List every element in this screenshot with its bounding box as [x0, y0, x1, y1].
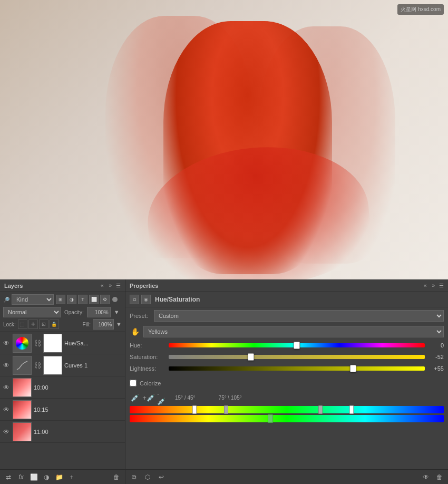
- kind-label: 🔎: [3, 297, 9, 303]
- layer-item-1015[interactable]: 👁 10:15: [0, 399, 125, 421]
- add-adj-btn[interactable]: ◑: [41, 472, 52, 482]
- layer-item-1100[interactable]: 👁 11:00: [0, 421, 125, 443]
- properties-header-right: « » ☰: [423, 283, 444, 288]
- mask-thumb-curves: [43, 356, 62, 375]
- layer-thumb-1000: [13, 378, 32, 397]
- bottom-panels: Layers « » ☰ 🔎 Kind ⊞ ◑ T ⬜ ⚙: [0, 279, 448, 484]
- layers-menu-icon[interactable]: ☰: [116, 283, 121, 288]
- eye-icon-curves[interactable]: 👁: [2, 361, 11, 370]
- layer-name-1100: 11:00: [34, 429, 123, 435]
- rainbow-bar-bottom[interactable]: [130, 415, 444, 422]
- rainbow-bar-top[interactable]: [130, 406, 444, 413]
- huesat-icons: ⧉ ◉: [130, 295, 151, 304]
- light-thumb[interactable]: [350, 365, 356, 372]
- huesat-header: ⧉ ◉ Hue/Saturation: [125, 292, 448, 307]
- pixel-filter-btn[interactable]: ⊞: [56, 295, 65, 304]
- layer-name-1000: 10:00: [34, 384, 123, 391]
- colorize-checkbox[interactable]: [130, 380, 137, 386]
- opacity-input[interactable]: [87, 307, 111, 317]
- eyedropper-minus-icon[interactable]: -💉: [157, 392, 168, 403]
- lightness-row: Lightness: +55: [130, 364, 444, 373]
- hue-slider-container[interactable]: [169, 341, 425, 350]
- link-layers-btn[interactable]: ⇄: [3, 472, 14, 482]
- layer-item-huesat[interactable]: 👁 ⛓ Hue/Sa...: [0, 332, 125, 354]
- properties-panel-title: Properties: [130, 283, 158, 289]
- lightness-slider-container[interactable]: [169, 364, 425, 373]
- shape-filter-btn[interactable]: ⬜: [89, 295, 99, 304]
- saturation-value: -52: [427, 354, 444, 360]
- eyedropper-icon[interactable]: 💉: [130, 392, 140, 403]
- eye-icon-huesat[interactable]: 👁: [2, 339, 11, 347]
- range-marker-gray-1[interactable]: [224, 405, 228, 414]
- channel-row: ✋ Yellows Reds Greens Cyans Blues Magent…: [125, 324, 448, 339]
- lock-label: Lock:: [3, 322, 16, 327]
- layers-collapse-left[interactable]: «: [100, 283, 105, 288]
- add-mask-btn[interactable]: ⬜: [28, 472, 39, 482]
- layer-thumb-1015: [13, 400, 32, 419]
- saturation-label: Saturation:: [130, 354, 167, 360]
- fx-btn[interactable]: fx: [16, 472, 26, 482]
- properties-panel-header: Properties « » ☰: [125, 279, 448, 292]
- prop-collapse-right[interactable]: »: [431, 283, 436, 288]
- layer-name-huesat: Hue/Sa...: [64, 340, 123, 346]
- kind-select[interactable]: Kind: [12, 294, 54, 305]
- range-marker-white-2[interactable]: [349, 405, 354, 414]
- chain-curves: ⛓: [34, 361, 41, 370]
- layers-collapse-right[interactable]: »: [108, 283, 113, 288]
- fill-input[interactable]: [93, 319, 114, 330]
- prev-adj-btn[interactable]: ↩: [156, 472, 167, 482]
- range-marker-white-1[interactable]: [192, 405, 197, 414]
- sat-track: [169, 355, 425, 359]
- new-group-btn[interactable]: 📁: [54, 472, 64, 482]
- fill-arrow[interactable]: ▼: [116, 321, 122, 327]
- delete-adj-btn[interactable]: 🗑: [434, 472, 445, 482]
- preset-label: Preset:: [130, 313, 151, 319]
- lock-all-btn[interactable]: 🔒: [50, 320, 59, 329]
- prop-collapse-left[interactable]: «: [423, 283, 428, 288]
- blend-mode-select[interactable]: Normal: [3, 307, 61, 317]
- lock-pixels-btn[interactable]: ⬚: [18, 320, 27, 329]
- layers-panel: Layers « » ☰ 🔎 Kind ⊞ ◑ T ⬜ ⚙: [0, 279, 125, 484]
- eyedropper-plus-icon[interactable]: +💉: [143, 392, 154, 403]
- delete-layer-btn[interactable]: 🗑: [111, 472, 122, 482]
- visibility-adj-btn[interactable]: 👁: [421, 472, 431, 482]
- hand-tool-icon[interactable]: ✋: [130, 326, 140, 337]
- view-icon[interactable]: ◉: [141, 295, 151, 304]
- green-marker[interactable]: [268, 414, 273, 423]
- lock-icons: ⬚ ✛ ⊡ 🔒: [18, 320, 59, 329]
- layer-item-curves[interactable]: 👁 ⛓ Curves 1: [0, 354, 125, 376]
- smart-filter-btn[interactable]: ⚙: [100, 295, 110, 304]
- clip-adj-btn[interactable]: ⧉: [129, 472, 139, 482]
- properties-bottom-bar: ⧉ ⬡ ↩ 👁 🗑: [125, 469, 448, 484]
- mask-thumb-huesat: [43, 334, 62, 353]
- hue-thumb[interactable]: [294, 342, 300, 349]
- channel-select[interactable]: Yellows Reds Greens Cyans Blues Magentas…: [143, 326, 444, 337]
- colorize-row: Colorize: [125, 378, 448, 388]
- eye-icon-1100[interactable]: 👁: [2, 428, 11, 436]
- lock-artboards-btn[interactable]: ⊡: [39, 320, 48, 329]
- clip-icon[interactable]: ⧉: [130, 295, 139, 304]
- eye-icon-1000[interactable]: 👁: [2, 383, 11, 392]
- lock-move-btn[interactable]: ✛: [28, 320, 38, 329]
- saturation-slider-container[interactable]: [169, 353, 425, 361]
- color-range-section: 💉 +💉 -💉 15° / 45° 75° \ 105°: [125, 390, 448, 424]
- layer-controls: 🔎 Kind ⊞ ◑ T ⬜ ⚙ Normal Opacity:: [0, 292, 125, 332]
- opacity-arrow[interactable]: ▼: [114, 309, 120, 315]
- range-marker-gray-2[interactable]: [318, 405, 323, 414]
- eye-icon-1015[interactable]: 👁: [2, 405, 11, 414]
- layers-panel-header: Layers « » ☰: [0, 279, 125, 292]
- fill-label: Fill:: [83, 322, 91, 327]
- preset-row: Preset: Custom: [125, 307, 448, 324]
- new-layer-btn[interactable]: +: [66, 472, 77, 482]
- kind-dot: [112, 297, 118, 302]
- layer-item-1000[interactable]: 👁 10:00: [0, 376, 125, 399]
- link-adj-btn[interactable]: ⬡: [142, 472, 153, 482]
- properties-panel: Properties « » ☰ ⧉ ◉ Hue/Saturation Pres…: [125, 279, 448, 484]
- sat-thumb[interactable]: [248, 353, 254, 361]
- saturation-row: Saturation: -52: [130, 353, 444, 361]
- lightness-label: Lightness:: [130, 365, 167, 372]
- prop-menu-icon[interactable]: ☰: [439, 283, 444, 288]
- preset-select[interactable]: Custom: [154, 310, 444, 322]
- text-filter-btn[interactable]: T: [78, 295, 87, 304]
- adj-filter-btn[interactable]: ◑: [67, 295, 76, 304]
